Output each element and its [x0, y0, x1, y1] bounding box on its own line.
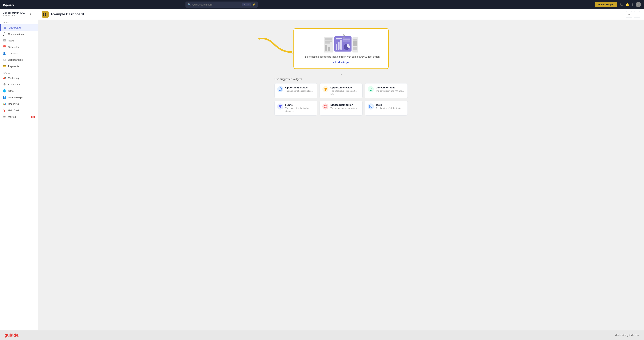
svg-rect-39 — [370, 107, 371, 107]
mailfold-icon: ✉ — [3, 115, 6, 119]
svg-rect-32 — [279, 105, 282, 106]
sidebar-item-opportunities[interactable]: 🏷 Opportunities — [0, 57, 38, 63]
or-separator: or — [340, 73, 342, 76]
edit-button[interactable]: ✏ — [626, 11, 632, 18]
chevron-icon: ▾ — [46, 13, 48, 16]
widget-desc-2: The conversion rate (%) and... — [376, 90, 404, 92]
suggested-widget-2[interactable]: Conversion Rate The conversion rate (%) … — [365, 83, 408, 98]
widget-info-3: Funnel The funnel distribution by stages… — [285, 103, 314, 113]
sidebar-item-automation[interactable]: ⚙ Automation — [0, 81, 38, 88]
sidebar-item-reporting[interactable]: 📊 Reporting — [0, 101, 38, 107]
widget-title-3: Funnel — [285, 103, 314, 106]
search-bar[interactable]: 🔍 Ctrl + K ⚡ — [186, 1, 258, 7]
widget-description: Time to get the dashboard looking fresh … — [302, 55, 380, 58]
account-name: Dunder Mifflin [D... — [3, 11, 28, 14]
sidebar-item-label: Scheduler — [8, 46, 19, 48]
mailfold-badge: 11 — [31, 116, 35, 118]
suggested-widget-5[interactable]: Tasks The list view of all the tasks... — [365, 101, 408, 116]
widget-info-4: Stages Distribution The number of opport… — [330, 103, 358, 110]
widget-title-1: Opportunity Value — [330, 86, 360, 89]
svg-point-29 — [325, 88, 326, 89]
app-logo: topline — [3, 3, 14, 7]
main-area: ▾ Example Dashboard ✏ ⋮ — [38, 9, 644, 330]
chevron-down-icon: ▾ — [30, 12, 31, 16]
svg-rect-30 — [325, 89, 326, 90]
sidebar-item-label: Contacts — [8, 52, 18, 55]
suggested-widget-3[interactable]: Funnel The funnel distribution by stages… — [274, 101, 317, 116]
widget-title-4: Stages Distribution — [330, 103, 358, 106]
svg-rect-34 — [280, 107, 281, 108]
svg-rect-18 — [342, 38, 350, 42]
layout-icon: ⊞ — [33, 12, 35, 16]
sites-icon: 🌐 — [3, 89, 6, 93]
sidebar-item-dashboard[interactable]: ▦ Dashboard — [0, 24, 38, 31]
sidebar-item-label: Conversations — [8, 33, 24, 35]
search-icon: 🔍 — [188, 3, 191, 6]
sidebar-item-helpdesk[interactable]: ❓ Help Desk — [0, 107, 38, 114]
widget-card: Time to get the dashboard looking fresh … — [294, 28, 389, 69]
account-selector[interactable]: Dunder Mifflin [D... Scranton, PA ▾ ⊞ — [0, 9, 38, 19]
bell-icon[interactable]: 🔔 — [626, 3, 629, 6]
svg-rect-2 — [43, 14, 44, 15]
tasks-icon: ☑ — [3, 39, 6, 42]
widget-illustration — [322, 34, 360, 55]
dashboard-view-toggle[interactable]: ▾ — [42, 11, 49, 18]
widget-icon-1 — [322, 86, 328, 92]
svg-point-41 — [371, 107, 372, 108]
sidebar-item-label: Marketing — [8, 77, 19, 79]
svg-rect-1 — [45, 13, 46, 14]
svg-point-36 — [325, 106, 326, 107]
page-title: Example Dashboard — [51, 12, 624, 16]
suggested-widget-0[interactable]: Opportunity Status The number of opportu… — [274, 83, 317, 98]
grid-icon — [43, 13, 46, 16]
sidebar-item-payments[interactable]: 💳 Payments — [0, 63, 38, 69]
search-shortcut: Ctrl + K — [242, 3, 251, 6]
sidebar-item-memberships[interactable]: 👥 Memberships — [0, 94, 38, 101]
svg-rect-17 — [336, 39, 340, 40]
sidebar-item-tasks[interactable]: ☑ Tasks — [0, 37, 38, 44]
widget-desc-1: The total value (monetary) of all... — [330, 90, 360, 95]
more-options-button[interactable]: ⋮ — [634, 11, 640, 18]
suggested-widget-1[interactable]: Opportunity Value The total value (monet… — [320, 83, 362, 98]
footer-tagline: Made with guidde.com — [615, 334, 640, 337]
footer-logo: guidde. — [4, 333, 20, 338]
sidebar-item-label: Help Desk — [8, 109, 20, 112]
sidebar-item-sites[interactable]: 🌐 Sites — [0, 88, 38, 94]
marketing-icon: 📣 — [3, 76, 6, 80]
svg-rect-10 — [328, 47, 330, 51]
avatar[interactable]: U — [636, 2, 641, 7]
sidebar-item-label: Payments — [8, 65, 19, 68]
search-input[interactable] — [192, 3, 240, 6]
suggested-widgets-section: Use suggested widgets Opportunity Status… — [274, 78, 408, 116]
memberships-icon: 👥 — [3, 96, 6, 99]
main-header: ▾ Example Dashboard ✏ ⋮ — [38, 9, 644, 20]
help-icon[interactable]: ? — [632, 3, 633, 6]
footer-logo-text: guidde. — [4, 333, 20, 338]
widget-icon-4 — [322, 103, 328, 110]
support-button[interactable]: topline Support — [595, 2, 617, 7]
sidebar-item-contacts[interactable]: 👤 Contacts — [0, 50, 38, 57]
sidebar-item-label: Tasks — [8, 39, 14, 42]
svg-rect-40 — [370, 107, 371, 107]
sidebar-item-conversations[interactable]: 💬 Conversations — [0, 31, 38, 37]
suggested-grid: Opportunity Status The number of opportu… — [274, 83, 408, 116]
app-body: Dunder Mifflin [D... Scranton, PA ▾ ⊞ Ap… — [0, 9, 644, 330]
svg-rect-13 — [338, 42, 340, 50]
widget-icon-5 — [368, 103, 374, 110]
dashboard-icon: ▦ — [3, 26, 7, 29]
widget-card-container: Time to get the dashboard looking fresh … — [294, 24, 389, 69]
sidebar-item-mailfold[interactable]: ✉ Mailfold 11 — [0, 114, 38, 120]
widget-info-2: Conversion Rate The conversion rate (%) … — [376, 86, 404, 92]
suggested-widget-4[interactable]: Stages Distribution The number of opport… — [320, 101, 362, 116]
widget-title-2: Conversion Rate — [376, 86, 404, 89]
widget-desc-0: The number of opportunities... — [285, 90, 313, 92]
add-widget-button[interactable]: + Add Widget — [332, 61, 350, 64]
top-nav: topline 🔍 Ctrl + K ⚡ topline Support 📞 🔔… — [0, 0, 644, 9]
phone-icon[interactable]: 📞 — [620, 3, 623, 6]
sidebar-item-scheduler[interactable]: 📅 Scheduler — [0, 44, 38, 50]
main-content: Time to get the dashboard looking fresh … — [38, 20, 644, 330]
sidebar-item-marketing[interactable]: 📣 Marketing — [0, 75, 38, 81]
svg-rect-7 — [325, 40, 332, 42]
sidebar: Dunder Mifflin [D... Scranton, PA ▾ ⊞ Ap… — [0, 9, 38, 330]
widget-info-5: Tasks The list view of all the tasks... — [376, 103, 403, 110]
